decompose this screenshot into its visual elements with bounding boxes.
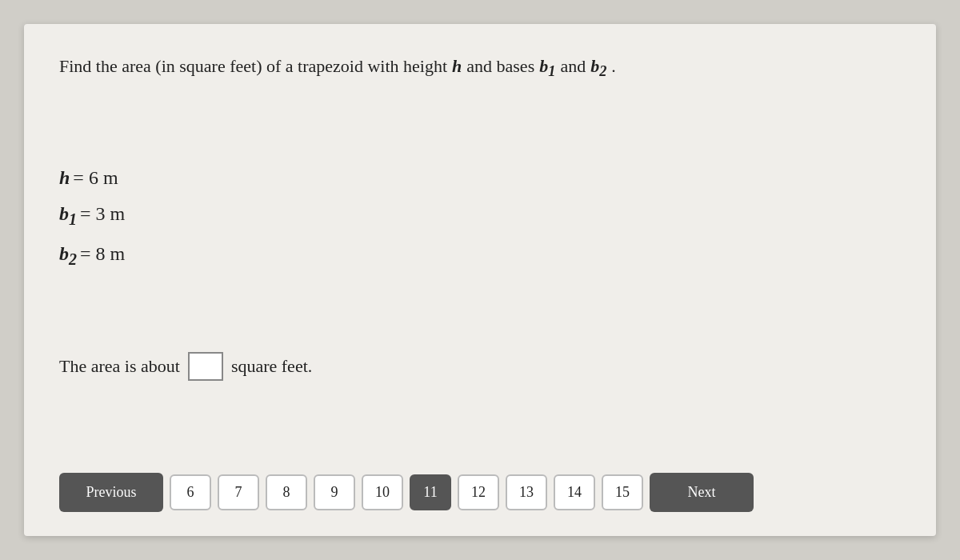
b2-variable: b2 bbox=[590, 53, 606, 83]
next-button[interactable]: Next bbox=[650, 473, 754, 512]
h-label: h bbox=[59, 167, 70, 189]
page-14-button[interactable]: 14 bbox=[554, 474, 595, 510]
main-card: Find the area (in square feet) of a trap… bbox=[24, 24, 936, 536]
b1-line: b1 = 3 m bbox=[59, 203, 901, 229]
page-9-button[interactable]: 9 bbox=[314, 474, 355, 510]
h-eq: = 6 m bbox=[73, 167, 118, 189]
variables-section: h = 6 m b1 = 3 m b2 = 8 m bbox=[59, 167, 901, 269]
page-6-button[interactable]: 6 bbox=[170, 474, 211, 510]
b1-label: b1 bbox=[59, 203, 77, 229]
b1-eq: = 3 m bbox=[80, 203, 125, 225]
page-15-button[interactable]: 15 bbox=[602, 474, 643, 510]
page-10-button[interactable]: 10 bbox=[362, 474, 403, 510]
h-variable: h bbox=[452, 53, 462, 79]
page-11-button[interactable]: 11 bbox=[410, 474, 451, 510]
h-line: h = 6 m bbox=[59, 167, 901, 189]
question-text: Find the area (in square feet) of a trap… bbox=[59, 53, 901, 83]
question-prefix: Find the area (in square feet) of a trap… bbox=[59, 53, 447, 79]
page-7-button[interactable]: 7 bbox=[218, 474, 259, 510]
b2-line-sub: 2 bbox=[69, 250, 77, 267]
question-period: . bbox=[611, 53, 616, 79]
and-text: and bbox=[560, 53, 586, 79]
b1-subscript: 1 bbox=[548, 63, 555, 79]
answer-prefix: The area is about bbox=[59, 356, 180, 377]
b2-eq: = 8 m bbox=[80, 243, 125, 265]
and-bases-text: and bases bbox=[466, 53, 534, 79]
answer-line: The area is about square feet. bbox=[59, 352, 901, 381]
page-12-button[interactable]: 12 bbox=[458, 474, 499, 510]
b2-line: b2 = 8 m bbox=[59, 243, 901, 269]
answer-input-box[interactable] bbox=[188, 352, 223, 381]
b1-variable: b1 bbox=[539, 53, 555, 83]
previous-button[interactable]: Previous bbox=[59, 473, 163, 512]
b2-label: b2 bbox=[59, 243, 77, 269]
page-13-button[interactable]: 13 bbox=[506, 474, 547, 510]
b1-line-sub: 1 bbox=[69, 210, 77, 228]
nav-section: Previous 6 7 8 9 10 11 12 13 14 15 Next bbox=[59, 473, 901, 512]
b2-subscript: 2 bbox=[599, 63, 606, 79]
answer-suffix: square feet. bbox=[231, 356, 312, 377]
page-8-button[interactable]: 8 bbox=[266, 474, 307, 510]
